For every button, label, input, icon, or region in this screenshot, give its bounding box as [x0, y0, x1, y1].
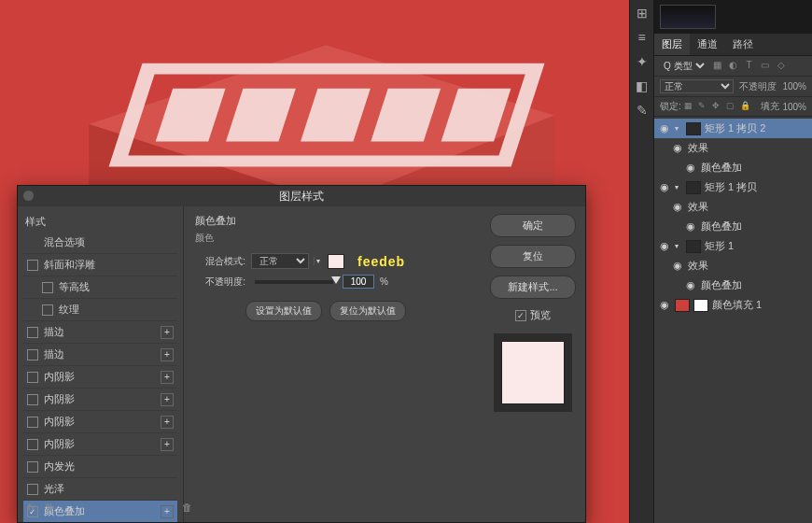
style-label: 内阴影 — [44, 370, 75, 384]
style-item[interactable]: 内发光 — [23, 456, 177, 478]
fx-icon[interactable]: fx — [25, 502, 38, 515]
add-effect-icon[interactable]: + — [161, 393, 174, 406]
layer-fx-coloroverlay[interactable]: ◉ 颜色叠加 — [654, 276, 812, 295]
style-checkbox[interactable] — [27, 327, 38, 338]
close-icon[interactable] — [23, 191, 34, 201]
add-effect-icon[interactable]: + — [161, 348, 174, 361]
navigator-thumb[interactable] — [654, 0, 812, 34]
fill-label: 填充 — [761, 100, 779, 113]
style-checkbox[interactable] — [27, 260, 38, 271]
lock-artboard-icon[interactable]: ▢ — [726, 101, 737, 112]
style-item[interactable]: 斜面和浮雕 — [23, 254, 177, 276]
style-checkbox[interactable] — [27, 372, 38, 383]
preview-checkbox[interactable] — [515, 310, 526, 321]
visibility-icon[interactable]: ◉ — [671, 142, 684, 154]
blend-mode-select[interactable]: 正常 — [660, 79, 734, 93]
tab-layers[interactable]: 图层 — [654, 34, 690, 55]
filter-smart-icon[interactable]: ◇ — [775, 60, 787, 72]
style-checkbox[interactable] — [27, 461, 38, 473]
style-item[interactable]: 内阴影+ — [23, 433, 177, 456]
panel-tabs: 图层 通道 路径 — [654, 34, 812, 56]
filter-image-icon[interactable]: ▦ — [711, 60, 723, 72]
style-checkbox[interactable] — [27, 394, 38, 405]
layer-effects[interactable]: ◉ 效果 — [654, 256, 812, 276]
style-item[interactable]: 纹理 — [23, 299, 177, 321]
opacity-slider[interactable] — [255, 280, 333, 284]
layer-tree: ◉ ▾ 矩形 1 拷贝 2 ◉ 效果 ◉ 颜色叠加 ◉ ▾ 矩形 1 拷贝 ◉ … — [654, 117, 812, 317]
add-effect-icon[interactable]: + — [161, 371, 174, 384]
layer-fx-coloroverlay[interactable]: ◉ 颜色叠加 — [654, 217, 812, 236]
style-item[interactable]: 内阴影+ — [23, 366, 177, 389]
lock-row: 锁定: ▦ ✎ ✥ ▢ 🔒 填充 100% — [654, 97, 812, 117]
visibility-icon[interactable]: ◉ — [658, 299, 671, 311]
cancel-button[interactable]: 复位 — [490, 245, 576, 268]
reset-default-button[interactable]: 复位为默认值 — [329, 301, 406, 321]
tool-icon-e[interactable]: ✎ — [633, 103, 651, 121]
style-item[interactable]: 描边+ — [23, 321, 177, 344]
tab-channels[interactable]: 通道 — [690, 34, 725, 55]
dialog-titlebar[interactable]: 图层样式 — [18, 186, 585, 206]
layer-filter-row: Q 类型 ▦ ◐ T ▭ ◇ — [654, 56, 812, 77]
style-checkbox[interactable] — [27, 484, 38, 495]
layer-fx-coloroverlay[interactable]: ◉ 颜色叠加 — [654, 158, 812, 177]
layer-rect-1[interactable]: ◉ ▾ 矩形 1 — [654, 236, 812, 256]
style-item[interactable]: 内阴影+ — [23, 411, 177, 433]
chevron-down-icon[interactable]: ▾ — [314, 257, 322, 265]
visibility-icon[interactable]: ◉ — [658, 181, 671, 193]
new-style-button[interactable]: 新建样式... — [490, 276, 576, 299]
ok-button[interactable]: 确定 — [490, 214, 576, 237]
side-toolbar: ⊞ ≡ ✦ ◧ ✎ — [629, 0, 653, 523]
tool-icon-c[interactable]: ✦ — [633, 54, 651, 73]
style-label: 斜面和浮雕 — [44, 258, 95, 272]
make-default-button[interactable]: 设置为默认值 — [245, 301, 322, 321]
style-checkbox[interactable] — [27, 417, 38, 428]
fill-value[interactable]: 100% — [782, 102, 806, 112]
style-label: 内阴影 — [44, 415, 75, 429]
style-checkbox[interactable] — [27, 349, 38, 360]
filter-type-select[interactable]: Q 类型 — [660, 60, 707, 72]
tool-icon-b[interactable]: ≡ — [633, 30, 651, 49]
opacity-input[interactable] — [343, 275, 374, 289]
tool-icon-a[interactable]: ⊞ — [633, 6, 651, 24]
visibility-icon[interactable]: ◉ — [684, 279, 697, 291]
section-subtitle: 颜色 — [195, 232, 469, 245]
style-checkbox[interactable] — [27, 439, 38, 450]
visibility-icon[interactable]: ◉ — [671, 260, 684, 272]
tool-icon-d[interactable]: ◧ — [633, 78, 651, 97]
style-checkbox[interactable] — [42, 304, 53, 316]
opacity-value[interactable]: 100% — [782, 81, 806, 92]
layer-rect-copy-2[interactable]: ◉ ▾ 矩形 1 拷贝 2 — [654, 119, 812, 138]
lock-all-icon[interactable]: 🔒 — [740, 101, 751, 112]
blend-options-item[interactable]: 混合选项 — [23, 232, 177, 254]
style-item[interactable]: 内阴影+ — [23, 389, 177, 411]
visibility-icon[interactable]: ◉ — [658, 122, 671, 134]
visibility-icon[interactable]: ◉ — [684, 220, 697, 233]
layer-effects[interactable]: ◉ 效果 — [654, 197, 812, 217]
updown-icon[interactable]: ⇅ — [42, 502, 55, 515]
visibility-icon[interactable]: ◉ — [671, 201, 684, 213]
layer-effects[interactable]: ◉ 效果 — [654, 138, 812, 158]
add-effect-icon[interactable]: + — [161, 326, 174, 339]
layer-rect-copy[interactable]: ◉ ▾ 矩形 1 拷贝 — [654, 177, 812, 197]
style-checkbox[interactable] — [42, 282, 53, 293]
filter-adjust-icon[interactable]: ◐ — [727, 60, 739, 72]
layer-fx-name: 颜色叠加 — [701, 278, 742, 292]
layer-name: 矩形 1 拷贝 — [705, 180, 757, 194]
style-item[interactable]: 描边+ — [23, 344, 177, 366]
tab-paths[interactable]: 路径 — [725, 34, 761, 55]
trash-icon[interactable]: 🗑 — [180, 502, 184, 515]
add-effect-icon[interactable]: + — [161, 416, 174, 429]
lock-pixels-icon[interactable]: ▦ — [684, 101, 695, 112]
filter-type-icon[interactable]: T — [743, 60, 755, 72]
lock-move-icon[interactable]: ✥ — [712, 101, 723, 112]
layer-color-fill-1[interactable]: ◉ 颜色填充 1 — [654, 295, 812, 315]
blend-mode-dropdown[interactable]: 正常 — [251, 253, 309, 269]
style-item[interactable]: 等高线 — [23, 276, 177, 299]
preview-checkbox-row[interactable]: 预览 — [515, 308, 551, 322]
color-swatch[interactable] — [328, 254, 344, 269]
visibility-icon[interactable]: ◉ — [658, 240, 671, 252]
add-effect-icon[interactable]: + — [161, 438, 174, 451]
filter-shape-icon[interactable]: ▭ — [759, 60, 771, 72]
visibility-icon[interactable]: ◉ — [684, 162, 697, 174]
lock-paint-icon[interactable]: ✎ — [698, 101, 709, 112]
